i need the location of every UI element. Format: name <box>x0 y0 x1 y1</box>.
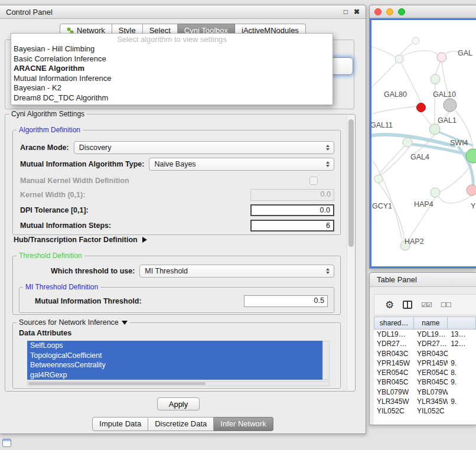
node-label: GAL10 <box>433 90 456 99</box>
apply-button[interactable]: Apply <box>157 397 200 410</box>
network-node[interactable] <box>403 138 412 147</box>
deselect-all-icon[interactable]: ☐☐ <box>441 302 451 308</box>
network-node[interactable] <box>429 124 440 135</box>
threshold-definition-group: Threshold Definition Which threshold to … <box>12 256 341 315</box>
mi-threshold-row: Mutual Information Threshold: 0.5 <box>35 295 328 308</box>
settings-scrollbar[interactable] <box>347 116 354 390</box>
attribute-item[interactable]: BetweennessCentrality <box>27 360 322 370</box>
table-panel-titlebar[interactable]: Table Panel <box>370 273 476 287</box>
network-edge[interactable] <box>371 61 397 90</box>
network-node[interactable] <box>431 74 440 84</box>
network-canvas[interactable]: GALGAL80GAL10GAL11GAL1SWI4GAL4GCY1HAP4HA… <box>370 18 476 268</box>
table-body: YDL19…YDL19…13…YDR27…YDR27…12…YBR043CYBR… <box>374 330 476 416</box>
tab-impute-data[interactable]: Impute Data <box>92 417 148 431</box>
table-cell: YBR043C <box>374 349 414 358</box>
algorithm-definition-title: Algorithm Definition <box>17 126 83 134</box>
network-edge[interactable] <box>439 195 472 203</box>
close-traffic-light-icon[interactable] <box>374 8 382 15</box>
attribute-item[interactable]: TopologicalCoefficient <box>27 351 322 361</box>
network-node[interactable] <box>444 99 457 112</box>
network-edge[interactable] <box>402 51 438 56</box>
table-cell: 9. <box>448 377 476 387</box>
column-selector-icon[interactable] <box>403 301 412 309</box>
network-node[interactable] <box>395 55 403 63</box>
select-all-icon[interactable]: ☑☑ <box>421 302 432 308</box>
which-threshold-row: Which threshold to use: MI Threshold <box>51 265 334 278</box>
network-node[interactable] <box>431 188 440 197</box>
aracne-mode-label: Aracne Mode: <box>20 144 69 152</box>
mi-threshold-definition-title: MI Threshold Definition <box>23 283 100 291</box>
dpi-tolerance-label: DPI Tolerance [0,1]: <box>20 206 89 214</box>
hub-definition-toggle[interactable]: Hub/Transcription Factor Definition <box>14 236 147 244</box>
tab-discretize-data[interactable]: Discretize Data <box>148 417 214 431</box>
attribute-list-hscrollbar[interactable] <box>27 381 330 386</box>
network-node[interactable] <box>374 175 383 183</box>
node-label: HAP2 <box>405 237 424 246</box>
mi-threshold-input[interactable]: 0.5 <box>244 295 328 307</box>
network-node[interactable] <box>412 37 419 44</box>
minimize-traffic-light-icon[interactable] <box>386 8 393 15</box>
which-threshold-select[interactable]: MI Threshold <box>139 265 334 278</box>
table-row[interactable]: YDR27…YDR27…12… <box>374 339 476 348</box>
table-cell <box>448 406 476 416</box>
network-edge[interactable] <box>371 156 402 241</box>
restore-panel-icon[interactable] <box>2 439 11 447</box>
control-panel-titlebar[interactable]: Control Panel □ ✖ <box>0 5 366 19</box>
aracne-mode-row: Aracne Mode: Discovery <box>20 141 334 154</box>
table-row[interactable]: YLR345WYLR345W9. <box>374 397 476 406</box>
network-edge[interactable] <box>379 146 405 175</box>
table-cell: YLR345W <box>374 397 414 406</box>
data-attributes-label: Data Attributes <box>19 329 71 337</box>
table-cell: YDL19… <box>414 330 448 339</box>
zoom-traffic-light-icon[interactable] <box>398 8 405 15</box>
algorithm-option[interactable]: Bayesian - K2 <box>11 83 332 93</box>
attribute-item[interactable]: SelfLoops <box>27 341 322 351</box>
table-row[interactable]: YPR145WYPR145W9. <box>374 358 476 368</box>
settings-group-title: Cyni Algorithm Settings <box>9 110 87 118</box>
algorithm-option[interactable]: Basic Correlation Inference <box>11 54 332 64</box>
mi-steps-input[interactable]: 6 <box>250 220 334 231</box>
table-row[interactable]: YER054CYER054C8. <box>374 368 476 377</box>
network-node[interactable] <box>417 103 426 112</box>
table-cell: YPR145W <box>374 358 414 368</box>
table-row[interactable]: YDL19…YDL19…13… <box>374 330 476 339</box>
node-label: HAP4 <box>414 200 433 208</box>
column-header[interactable]: name <box>414 317 448 330</box>
aracne-mode-select[interactable]: Discovery <box>74 141 334 154</box>
table-row[interactable]: YIL052CYIL052C <box>374 406 476 416</box>
mi-type-select[interactable]: Naive Bayes <box>149 158 334 171</box>
expand-arrow-icon <box>142 237 147 243</box>
tab-infer-network[interactable]: Infer Network <box>214 417 273 431</box>
gear-icon[interactable]: ⚙ <box>385 300 394 310</box>
network-edge[interactable] <box>421 112 432 126</box>
attribute-item[interactable]: gal4RGexp <box>27 370 322 380</box>
network-edge[interactable] <box>371 46 399 59</box>
table-row[interactable]: YBR043CYBR043C <box>374 349 476 358</box>
kernel-width-input: 0.0 <box>250 189 334 201</box>
sources-group-title[interactable]: Sources for Network Inference <box>17 318 130 327</box>
network-edge[interactable] <box>371 106 417 115</box>
network-node[interactable] <box>467 185 476 195</box>
dpi-tolerance-input[interactable]: 0.0 <box>250 204 334 216</box>
algorithm-option[interactable]: ARACNE Algorithm <box>11 64 332 74</box>
network-window-titlebar[interactable] <box>370 5 476 18</box>
table-cell: 13… <box>448 330 476 339</box>
network-node[interactable] <box>437 53 446 62</box>
control-panel-window: Control Panel □ ✖ NetworkStyleSelectCyni… <box>0 5 366 434</box>
combo-arrows-icon <box>323 145 332 151</box>
network-edge[interactable] <box>381 147 409 175</box>
scrollbar-thumb[interactable] <box>348 119 354 247</box>
float-window-icon[interactable]: □ <box>344 8 348 15</box>
column-header[interactable] <box>448 317 476 330</box>
table-row[interactable]: YBR045CYBR045C9. <box>374 377 476 387</box>
algorithm-option[interactable]: Mutual Information Inference <box>11 74 332 84</box>
close-window-icon[interactable]: ✖ <box>354 8 360 15</box>
sources-group: Sources for Network Inference Data Attri… <box>12 322 341 389</box>
combo-arrows-icon <box>323 161 332 167</box>
table-cell: YLR345W <box>414 397 448 406</box>
table-row[interactable]: YBL079WYBL079W <box>374 387 476 397</box>
attribute-list-scrollbar[interactable] <box>322 341 330 380</box>
algorithm-option[interactable]: Dream8 DC_TDC Algorithm <box>11 93 332 103</box>
algorithm-option[interactable]: Bayesian - Hill Climbing <box>11 44 332 54</box>
column-header[interactable]: shared… <box>374 317 414 330</box>
